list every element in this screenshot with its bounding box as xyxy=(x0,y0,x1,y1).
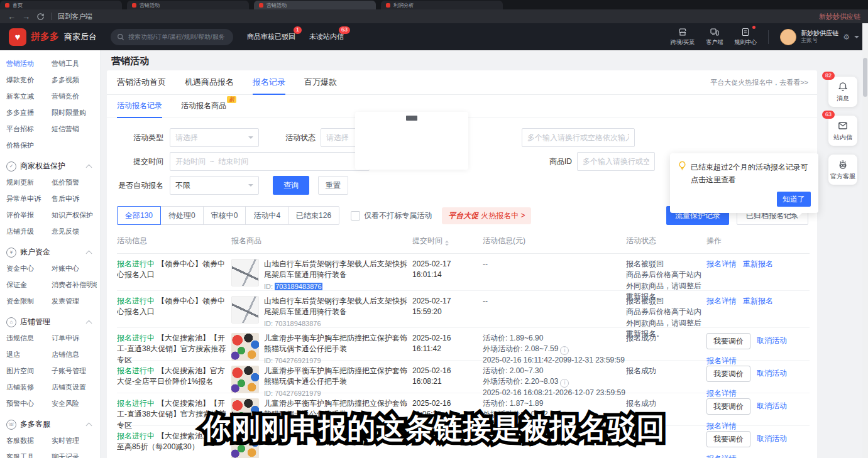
back-icon[interactable]: ← xyxy=(8,13,16,21)
sidebar-item[interactable]: 规则更新 xyxy=(6,174,52,190)
rail-service[interactable]: 官方客服 xyxy=(828,155,857,185)
goods-id-input[interactable] xyxy=(577,152,655,171)
browser-profile-label[interactable]: 新妙妙供应链 xyxy=(819,12,860,21)
sidebar-item[interactable]: 短信营销 xyxy=(52,121,97,137)
op-link[interactable]: 报名详情 xyxy=(706,259,737,270)
browser-tab[interactable]: 利润分析 xyxy=(381,1,503,9)
sidebar-item[interactable]: 消费者补偿明细 xyxy=(52,276,97,293)
promo-note-link[interactable]: 平台大促火热报名中，去看看>> xyxy=(710,70,808,94)
op-link[interactable]: 重新报名 xyxy=(743,296,773,307)
bookmark-link[interactable]: 回到客户端 xyxy=(58,12,92,21)
status-tab[interactable]: 已结束126 xyxy=(288,206,339,225)
sidebar-item[interactable]: 售后申诉 xyxy=(52,190,97,207)
sidebar-group-header[interactable]: ⌂店铺管理 xyxy=(6,317,95,327)
activity-id-input[interactable] xyxy=(522,128,635,147)
adjust-price-button[interactable]: 我要调价 xyxy=(706,366,750,382)
browser-tab[interactable]: 营销活动 xyxy=(254,1,376,9)
op-link[interactable]: 取消活动 xyxy=(757,433,787,444)
sidebar-item[interactable]: 营销活动 xyxy=(6,55,52,72)
adjust-price-button[interactable]: 我要调价 xyxy=(706,333,750,349)
sidebar-item[interactable]: 多多视频 xyxy=(52,72,97,88)
status-tab[interactable]: 待处理0 xyxy=(160,206,204,225)
sidebar-item[interactable]: 聊天记录 xyxy=(52,449,97,458)
sidebar-item[interactable]: 子账号管理 xyxy=(52,363,97,379)
header-nav-client[interactable]: 客户端 xyxy=(706,27,723,46)
submit-time-range-input[interactable] xyxy=(170,152,370,171)
chevron-down-icon[interactable] xyxy=(854,36,859,41)
op-link[interactable]: 取消活动 xyxy=(757,335,787,346)
sidebar-item[interactable]: 营销竞价 xyxy=(52,88,97,104)
sidebar-item[interactable]: 店铺装修 xyxy=(6,379,52,395)
header-nav-rules[interactable]: 规则中心 xyxy=(734,27,757,46)
reset-button[interactable]: 重置 xyxy=(318,176,348,195)
scrollbar-thumb[interactable] xyxy=(863,58,867,97)
sidebar-group-header[interactable]: ☏多多客服 xyxy=(6,419,95,430)
tab-百万爆款[interactable]: 百万爆款 xyxy=(304,70,337,94)
adjust-price-button[interactable]: 我要调价 xyxy=(706,431,750,447)
browser-tab[interactable]: 营销活动 xyxy=(127,1,249,9)
sidebar-item[interactable]: 退店 xyxy=(6,346,52,363)
tab-机遇商品报名[interactable]: 机遇商品报名 xyxy=(185,70,234,94)
account-avatar[interactable] xyxy=(780,29,796,45)
auto-signup-select[interactable]: 不限 xyxy=(170,176,259,195)
sidebar-item[interactable]: 图片空间 xyxy=(6,363,52,379)
header-nav-store[interactable]: 跨境/买菜 xyxy=(671,27,695,46)
unread-mail-link[interactable]: 未读站内信 63 xyxy=(309,32,344,41)
op-link[interactable]: 报名详情 xyxy=(706,454,737,458)
review-rejected-link[interactable]: 商品审核已驳回 1 xyxy=(247,32,295,41)
sidebar-item[interactable]: 价格保护 xyxy=(6,137,52,153)
sidebar-item[interactable]: 客服数据 xyxy=(6,432,52,449)
tab-报名记录[interactable]: 报名记录 xyxy=(253,70,285,95)
status-tab[interactable]: 全部130 xyxy=(117,206,161,225)
sidebar-item[interactable]: 异常单申诉 xyxy=(6,190,52,207)
status-tab[interactable]: 活动中4 xyxy=(245,206,288,225)
sidebar-item[interactable]: 限时限量购 xyxy=(52,104,97,121)
gear-icon[interactable]: ⚙ xyxy=(843,33,850,41)
sort-icon[interactable] xyxy=(445,239,449,248)
header-search-input[interactable]: 搜索功能/订单/课程/规则/帮助/服务 xyxy=(111,29,233,45)
info-icon[interactable]: i xyxy=(560,346,569,355)
op-link[interactable]: 报名详情 xyxy=(706,296,737,307)
hot-promo-badge[interactable]: 平台大促火热报名中 > xyxy=(442,207,531,224)
activity-type-select[interactable]: 请选择 xyxy=(170,128,259,147)
sidebar-item[interactable]: 爆款竞价 xyxy=(6,72,52,88)
sidebar-item[interactable]: 知识产权保护 xyxy=(52,207,97,223)
sidebar-item[interactable]: 资金中心 xyxy=(6,260,52,276)
status-tab[interactable]: 审核中0 xyxy=(203,206,246,225)
adjust-price-button[interactable]: 我要调价 xyxy=(706,398,750,415)
sidebar-item[interactable]: 资金限制 xyxy=(6,293,52,309)
browser-tab[interactable]: 首页 xyxy=(0,1,122,9)
info-icon[interactable]: i xyxy=(560,379,569,388)
sidebar-item[interactable]: 保证金 xyxy=(6,276,52,293)
sidebar-item[interactable]: 客服工具 xyxy=(6,449,52,458)
sidebar-item[interactable]: 意见反馈 xyxy=(52,223,97,239)
query-button[interactable]: 查询 xyxy=(273,176,309,195)
rail-mail[interactable]: 63站内信 xyxy=(828,116,857,146)
op-link[interactable]: 取消活动 xyxy=(757,401,787,412)
sidebar-item[interactable]: 营销工具 xyxy=(52,55,97,72)
op-link[interactable]: 取消活动 xyxy=(757,368,787,379)
sidebar-item[interactable]: 多多直播 xyxy=(6,104,52,121)
sidebar-item[interactable]: 安全风险 xyxy=(52,395,97,412)
forward-icon[interactable]: → xyxy=(22,13,30,21)
pinduoduo-logo-icon[interactable]: ♥ xyxy=(9,28,26,46)
sidebar-item[interactable]: 新客立减 xyxy=(6,88,52,104)
reload-icon[interactable] xyxy=(36,13,45,21)
sidebar-item[interactable]: 实时管理 xyxy=(52,432,97,449)
sidebar-item[interactable]: 店铺信息 xyxy=(52,346,97,363)
checkbox-icon[interactable] xyxy=(351,211,360,221)
rail-bell[interactable]: 82消息 xyxy=(828,77,857,107)
sidebar-group-header[interactable]: ¥账户资金 xyxy=(6,247,95,258)
sidebar-item[interactable]: 低价预警 xyxy=(52,174,97,190)
sidebar-item[interactable]: 发票管理 xyxy=(52,293,97,309)
subtab[interactable]: 活动报名商品新 xyxy=(181,95,226,117)
sidebar-item[interactable]: 平台招标 xyxy=(6,121,52,137)
tooltip-ok-button[interactable]: 知道了 xyxy=(777,192,811,207)
sidebar-item[interactable]: 预警中心 xyxy=(6,395,52,412)
only-unmarked-checkbox[interactable]: 仅看不打标专属活动 xyxy=(351,210,432,221)
sidebar-item[interactable]: 订单申诉 xyxy=(52,330,97,346)
sidebar-item[interactable]: 违规信息 xyxy=(6,330,52,346)
sidebar-item[interactable]: 评价举报 xyxy=(6,207,52,223)
subtab[interactable]: 活动报名记录 xyxy=(117,95,162,118)
op-link[interactable]: 重新报名 xyxy=(743,259,773,270)
